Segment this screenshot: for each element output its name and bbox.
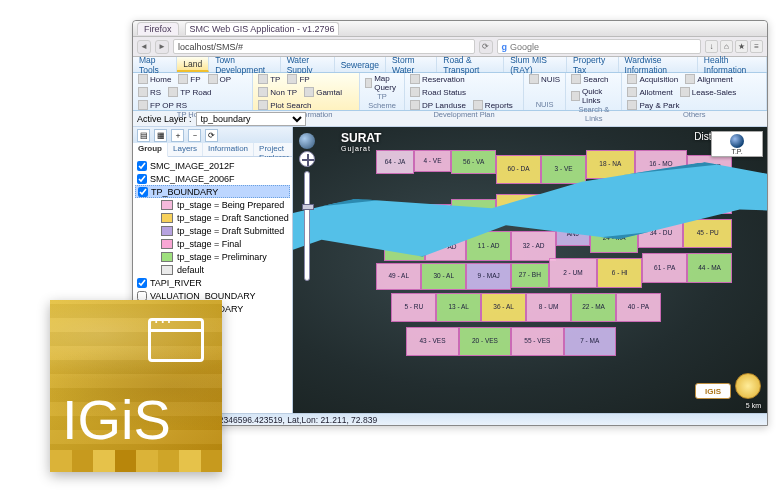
tool-icon (529, 74, 539, 84)
ribbon-item-nuis[interactable]: NUIS (527, 74, 562, 84)
ribbon-item-alignment[interactable]: Alignment (683, 74, 735, 84)
ribbon-tab-property-tax[interactable]: Property Tax (567, 57, 618, 72)
home-icon[interactable]: ⌂ (720, 40, 733, 53)
tp-parcel[interactable]: 49 - AL (376, 263, 421, 290)
ribbon-tab-town-development[interactable]: Town Development (209, 57, 280, 72)
tp-parcel[interactable]: 64 - JA (376, 150, 413, 175)
tp-parcel[interactable]: 61 - PA (642, 253, 687, 283)
page-tab[interactable]: SMC Web GIS Application - v1.2796 (185, 22, 340, 35)
ribbon-item-rs[interactable]: RS (136, 87, 163, 97)
map-viewport[interactable]: 64 - JA4 - VE56 - VA60 - DA3 - VE18 - NA… (293, 127, 767, 413)
tp-parcel[interactable]: 32 - AD (511, 231, 556, 261)
ribbon-item-reservation[interactable]: Reservation (408, 74, 467, 84)
download-icon[interactable]: ↓ (705, 40, 718, 53)
ribbon-tab-health-information[interactable]: Health Information (698, 57, 767, 72)
ribbon-item-search[interactable]: Search (569, 74, 610, 84)
tp-parcel[interactable]: 6 - HI (597, 258, 642, 288)
ribbon-item-lease-sales[interactable]: Lease-Sales (678, 87, 738, 97)
ribbon-group-nuis: NUISNUIS (524, 73, 566, 110)
tp-parcel[interactable]: 9 - MAJ (466, 263, 511, 290)
ribbon-tab-wardwise-information[interactable]: Wardwise Information (619, 57, 698, 72)
ribbon-item-allotment[interactable]: Allotment (625, 87, 674, 97)
forward-button[interactable]: ► (155, 40, 169, 54)
ribbon-item-fp[interactable]: FP (176, 74, 202, 84)
sidebar-tab-group[interactable]: Group (133, 143, 168, 157)
sidebar-tab-project-explorer[interactable]: Project Explorer (254, 143, 295, 156)
ribbon-item-dp-landuse[interactable]: DP Landuse (408, 100, 468, 110)
active-layer-select[interactable]: tp_boundary (196, 112, 306, 126)
ribbon-item-road-status[interactable]: Road Status (408, 87, 468, 97)
ribbon-item-fp[interactable]: FP (285, 74, 311, 84)
tp-global-filter[interactable]: T.P. (711, 131, 763, 157)
tp-parcel[interactable]: 56 - VA (451, 150, 496, 175)
tp-parcel[interactable]: 4 - VE (414, 150, 451, 172)
remove-icon[interactable]: － (188, 129, 201, 142)
tp-parcel[interactable]: 5 - RU (391, 293, 436, 323)
tp-parcel[interactable]: 43 - VES (406, 327, 458, 357)
ribbon-tab-map-tools[interactable]: Map Tools (133, 57, 177, 72)
tp-parcel[interactable]: 13 - AL (436, 293, 481, 323)
tp-parcel[interactable]: 3 - VE (541, 155, 586, 185)
sidebar-tab-information[interactable]: Information (203, 143, 254, 156)
tp-parcel[interactable]: 45 - PU (683, 219, 732, 249)
back-button[interactable]: ◄ (137, 40, 151, 54)
tp-parcel[interactable]: 2 - UM (549, 258, 598, 288)
tree-item[interactable]: TP_BOUNDARY (135, 185, 290, 198)
ribbon-item-map-query[interactable]: Map Query (363, 74, 401, 92)
compass-icon[interactable] (735, 373, 761, 399)
ribbon-item-quick-links[interactable]: Quick Links (569, 87, 618, 105)
full-extent-icon[interactable] (299, 133, 315, 149)
ribbon-item-fp-op-rs[interactable]: FP OP RS (136, 100, 189, 110)
ribbon-tab-water-supply[interactable]: Water Supply (281, 57, 335, 72)
url-input[interactable]: localhost/SMS/# (173, 39, 475, 54)
tree-item[interactable]: SMC_IMAGE_2012F (135, 159, 290, 172)
tp-parcel[interactable]: 22 - MA (571, 293, 616, 323)
ribbon-tab-slum-mis-ray-[interactable]: Slum MIS (RAY) (504, 57, 567, 72)
tp-parcel[interactable]: 8 - UM (526, 293, 571, 323)
zoom-slider[interactable] (304, 171, 310, 281)
ribbon-item-tp[interactable]: TP (256, 74, 282, 84)
tp-parcel[interactable]: 40 - PA (616, 293, 661, 323)
ribbon-item-pay-park[interactable]: Pay & Park (625, 100, 681, 110)
pan-control[interactable] (299, 151, 315, 167)
ribbon-item-tp-road[interactable]: TP Road (166, 87, 213, 97)
tree-item[interactable]: TAPI_RIVER (135, 276, 290, 289)
tp-parcel[interactable]: 7 - MA (564, 327, 616, 357)
tp-parcel[interactable]: 55 - VES (511, 327, 563, 357)
ribbon-item-op[interactable]: OP (206, 74, 234, 84)
expand-icon[interactable]: ▤ (137, 129, 150, 142)
reload-button[interactable]: ⟳ (479, 40, 493, 54)
tp-parcel[interactable]: 60 - DA (496, 155, 541, 185)
tp-parcel[interactable]: 20 - VES (459, 327, 511, 357)
layer-checkbox[interactable] (137, 174, 147, 184)
tp-parcel[interactable]: 44 - MA (687, 253, 732, 283)
menu-icon[interactable]: ≡ (750, 40, 763, 53)
refresh-icon[interactable]: ⟳ (205, 129, 218, 142)
ribbon-item-gamtal[interactable]: Gamtal (302, 87, 344, 97)
ribbon-tab-sewerage[interactable]: Sewerage (335, 57, 386, 72)
ribbon-item-acquisition[interactable]: Acquisition (625, 74, 680, 84)
layer-checkbox[interactable] (137, 161, 147, 171)
tp-parcel[interactable]: 36 - AL (481, 293, 526, 323)
tree-item[interactable]: SMC_IMAGE_2006F (135, 172, 290, 185)
ribbon-tab-road-transport[interactable]: Road & Transport (437, 57, 504, 72)
add-icon[interactable]: ＋ (171, 129, 184, 142)
ribbon-item-non-tp[interactable]: Non TP (256, 87, 299, 97)
layer-icon[interactable]: ▦ (154, 129, 167, 142)
ribbon-item-home[interactable]: Home (136, 74, 173, 84)
ribbon-item-plot-search[interactable]: Plot Search (256, 100, 313, 110)
tp-parcel[interactable]: 27 - BH (511, 263, 548, 288)
sidebar-tab-layers[interactable]: Layers (168, 143, 203, 156)
ribbon-tab-storm-water[interactable]: Storm Water (386, 57, 437, 72)
ribbon-tab-land[interactable]: Land (177, 57, 209, 72)
search-input[interactable]: g Google (497, 39, 701, 54)
zoom-thumb[interactable] (302, 204, 314, 210)
ribbon-item-reports[interactable]: Reports (471, 100, 515, 110)
tp-parcel[interactable]: 30 - AL (421, 263, 466, 290)
layer-checkbox[interactable] (138, 187, 148, 197)
layer-checkbox[interactable] (137, 278, 147, 288)
layer-checkbox[interactable] (137, 291, 147, 301)
bookmark-icon[interactable]: ★ (735, 40, 748, 53)
tool-icon (138, 74, 148, 84)
browser-menu[interactable]: Firefox (137, 22, 179, 35)
